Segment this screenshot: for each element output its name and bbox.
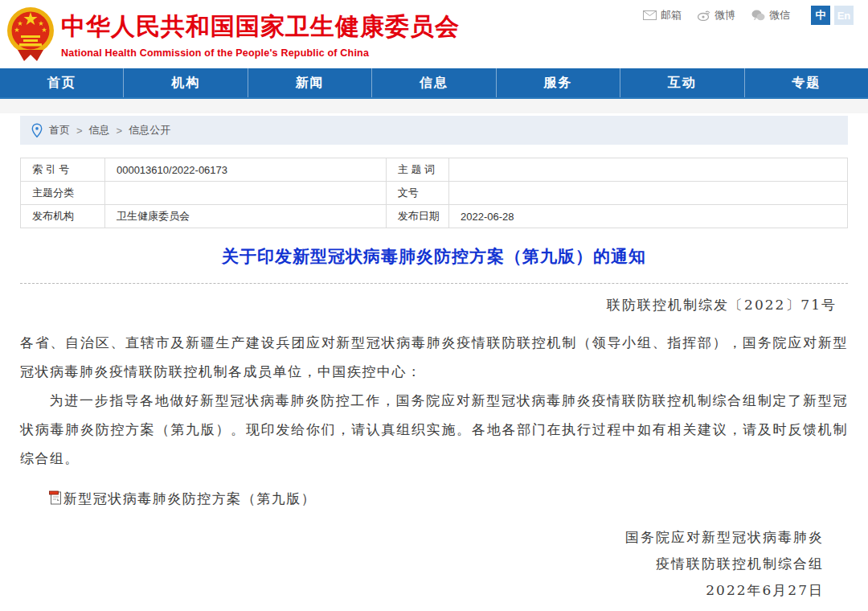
signature-date: 2022年6月27日: [20, 577, 824, 604]
meta-label-issuer: 发布机构: [21, 205, 105, 228]
signature-line: 疫情联防联控机制综合组: [20, 551, 824, 577]
header-utilities: 邮箱 微博 微信 中 En: [643, 6, 854, 25]
meta-label-category: 主题分类: [21, 182, 105, 205]
paragraph-recipients: 各省、自治区、直辖市及新疆生产建设兵团应对新型冠状病毒肺炎疫情联防联控机制（领导…: [20, 328, 848, 386]
site-title-en: National Health Commission of the People…: [61, 47, 460, 59]
crumb-info-disclosure[interactable]: 信息公开: [129, 123, 170, 137]
site-titles: 中华人民共和国国家卫生健康委员会 National Health Commiss…: [61, 10, 460, 59]
nav-item-news[interactable]: 新闻: [248, 68, 372, 97]
crumb-separator: >: [117, 125, 123, 137]
wechat-label: 微信: [769, 8, 790, 23]
table-row: 发布机构 卫生健康委员会 发布日期 2022-06-28: [21, 205, 848, 228]
paragraph-main: 为进一步指导各地做好新型冠状病毒肺炎防控工作，国务院应对新型冠状病毒肺炎疫情联防…: [20, 386, 848, 473]
site-header: 中华人民共和国国家卫生健康委员会 National Health Commiss…: [0, 0, 868, 68]
breadcrumb: 首页 > 信息 > 信息公开: [20, 116, 848, 145]
document-number: 联防联控机制综发〔2022〕71号: [20, 296, 848, 314]
lang-cn-button[interactable]: 中: [811, 6, 830, 25]
table-row: 主题分类 文号: [21, 182, 848, 205]
document-file-icon: [49, 490, 63, 508]
crumb-home[interactable]: 首页: [49, 123, 70, 137]
title-divider: [20, 283, 848, 284]
weibo-icon: [698, 10, 710, 21]
table-row: 索 引 号 000013610/2022-06173 主 题 词: [21, 158, 848, 182]
attachment-link[interactable]: 新型冠状病毒肺炎防控方案（第九版）: [20, 490, 848, 508]
site-title-cn: 中华人民共和国国家卫生健康委员会: [61, 10, 460, 43]
meta-value-index: 000013610/2022-06173: [104, 158, 386, 182]
wechat-icon: [751, 10, 765, 21]
signature-line: 国务院应对新型冠状病毒肺炎: [20, 524, 824, 551]
mail-link[interactable]: 邮箱: [643, 8, 682, 23]
crumb-info[interactable]: 信息: [89, 123, 110, 137]
document-meta-table: 索 引 号 000013610/2022-06173 主 题 词 主题分类 文号…: [20, 158, 848, 228]
meta-label-subject-word: 主 题 词: [386, 158, 448, 182]
article-body: 关于印发新型冠状病毒肺炎防控方案（第九版）的通知 联防联控机制综发〔2022〕7…: [0, 245, 868, 611]
nav-item-interact[interactable]: 互动: [620, 68, 744, 97]
weibo-label: 微博: [714, 8, 735, 23]
page-title: 关于印发新型冠状病毒肺炎防控方案（第九版）的通知: [20, 245, 848, 268]
nav-item-service[interactable]: 服务: [497, 68, 620, 97]
signature-block: 国务院应对新型冠状病毒肺炎 疫情联防联控机制综合组 2022年6月27日: [20, 524, 848, 604]
meta-value-pub-date: 2022-06-28: [449, 205, 848, 228]
national-emblem-icon: [6, 5, 55, 61]
nav-item-org[interactable]: 机构: [124, 68, 248, 97]
location-pin-icon: [31, 123, 43, 138]
meta-value-category: [104, 182, 386, 205]
meta-value-subject-word: [449, 158, 848, 182]
nav-sub-strip: [0, 99, 868, 113]
mail-icon: [643, 10, 657, 20]
meta-value-issuer: 卫生健康委员会: [104, 205, 386, 228]
meta-label-index: 索 引 号: [21, 158, 105, 182]
meta-label-pub-date: 发布日期: [386, 205, 448, 228]
meta-label-doc-no: 文号: [386, 182, 448, 205]
lang-en-button[interactable]: En: [834, 6, 854, 25]
meta-value-doc-no: [449, 182, 848, 205]
wechat-link[interactable]: 微信: [751, 8, 790, 23]
nav-item-info[interactable]: 信息: [372, 68, 496, 97]
mail-label: 邮箱: [661, 8, 682, 23]
nav-item-home[interactable]: 首页: [0, 68, 124, 97]
language-switcher: 中 En: [811, 6, 854, 25]
crumb-separator: >: [76, 125, 83, 137]
weibo-link[interactable]: 微博: [698, 8, 735, 23]
nav-item-topics[interactable]: 专题: [745, 68, 868, 97]
attachment-label: 新型冠状病毒肺炎防控方案（第九版）: [63, 490, 317, 508]
main-nav: 首页 机构 新闻 信息 服务 互动 专题: [0, 68, 868, 99]
